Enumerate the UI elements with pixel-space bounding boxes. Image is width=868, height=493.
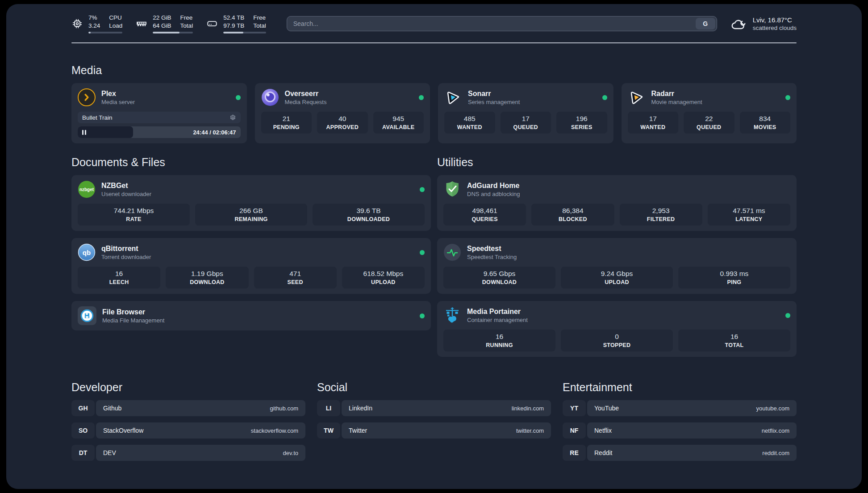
search-provider-button[interactable]: G [696,18,715,29]
status-online-dot [420,187,425,192]
disk-progress-bar [223,32,266,33]
svg-text:nzbget: nzbget [79,187,94,192]
bookmark-youtube[interactable]: YT YouTubeyoutube.com [563,400,797,416]
app-subtitle: Usenet downloader [101,191,151,197]
app-card-overseerr[interactable]: Overseerr Media Requests 21PENDING 40APP… [255,83,430,143]
section-title-utilities: Utilities [437,156,797,169]
stat-queued: 17QUEUED [501,112,551,134]
stat-available: 945AVAILABLE [373,112,424,134]
stat-wanted: 485WANTED [444,112,495,134]
memory-free: 22 GiB [153,14,171,22]
disk-free: 52.4 TB [223,14,244,22]
playback-progress-bar[interactable]: 24:44 / 02:06:47 [78,126,241,138]
header-divider [71,42,797,43]
speedtest-icon [443,243,461,261]
disk-icon [206,18,218,29]
bookmark-abbr: SO [71,422,95,439]
bookmark-linkedin[interactable]: LI LinkedInlinkedin.com [317,400,551,416]
bookmark-abbr: GH [71,400,95,416]
status-online-dot [419,95,424,100]
bookmark-github[interactable]: GH Githubgithub.com [71,400,305,416]
bookmark-twitter[interactable]: TW Twittertwitter.com [317,422,551,439]
qbittorrent-icon: qb [78,243,96,261]
bookmark-abbr: DT [71,445,95,461]
stat-series: 196SERIES [556,112,607,134]
disk-total-label: Total [253,22,266,30]
adguard-icon [443,180,461,198]
memory-total: 64 GiB [153,22,171,30]
bookmark-reddit[interactable]: RE Redditreddit.com [563,445,797,461]
pause-icon[interactable] [82,130,86,135]
status-online-dot [785,313,790,318]
stat-rate: 744.21 MbpsRATE [78,204,190,226]
search-bar: G [287,16,717,31]
app-card-plex[interactable]: Plex Media server Bullet Train [71,83,247,143]
app-card-nzbget[interactable]: nzbget NZBGet Usenet downloader 744.21 M… [71,175,431,231]
svg-text:qb: qb [83,249,91,256]
section-title-social: Social [317,381,551,394]
app-subtitle: Media Requests [285,99,327,105]
bookmark-stackoverflow[interactable]: SO StackOverflowstackoverflow.com [71,422,305,439]
stat-download: 9.65 GbpsDOWNLOAD [443,267,555,288]
app-title: Speedtest [467,245,517,253]
app-title: Plex [101,90,135,98]
bookmark-netflix[interactable]: NF Netflixnetflix.com [563,422,797,439]
weather-condition: scattered clouds [753,25,797,31]
cpu-percent: 7% [88,14,100,22]
memory-progress-bar [153,32,193,33]
status-online-dot [602,95,607,100]
radarr-icon [628,88,646,106]
app-title: qBittorrent [101,245,151,253]
search-input[interactable] [287,16,717,31]
cpu-icon [71,18,83,29]
app-subtitle: Torrent downloader [101,254,151,260]
app-card-adguard[interactable]: AdGuard Home DNS and adblocking 498,461Q… [437,175,797,231]
gear-icon[interactable] [230,114,236,121]
stat-queued: 22QUEUED [684,112,734,134]
app-title: AdGuard Home [467,182,520,190]
bookmark-abbr: RE [563,445,586,461]
app-title: Sonarr [468,90,520,98]
stat-queries: 498,461QUERIES [443,204,526,226]
cpu-progress-bar [88,32,122,33]
section-title-media: Media [71,64,797,77]
section-title-documents: Documents & Files [71,156,431,169]
app-card-portainer[interactable]: Media Portainer Container management 16R… [437,301,797,357]
section-title-entertainment: Entertainment [563,381,797,394]
plex-icon [78,88,96,106]
now-playing-title: Bullet Train [82,114,113,121]
stat-total: 16TOTAL [678,330,790,351]
app-card-sonarr[interactable]: Sonarr Series management 485WANTED 17QUE… [438,83,613,143]
stat-ping: 0.993 msPING [678,267,790,288]
app-card-radarr[interactable]: Radarr Movie management 17WANTED 22QUEUE… [622,83,797,143]
topbar: 7% 3.24 CPU Load [71,14,797,33]
app-card-filebrowser[interactable]: File Browser Media File Management [71,301,431,330]
app-title: Radarr [651,90,702,98]
stat-wanted: 17WANTED [628,112,679,134]
app-card-qbittorrent[interactable]: qb qBittorrent Torrent downloader 16LEEC… [71,238,431,294]
stat-pending: 21PENDING [261,112,312,134]
memory-total-label: Total [180,22,193,30]
app-title: NZBGet [101,182,151,190]
cpu-usage-widget: 7% 3.24 CPU Load [71,14,122,33]
app-card-speedtest[interactable]: Speedtest Speedtest Tracking 9.65 GbpsDO… [437,238,797,294]
nzbget-icon: nzbget [78,180,96,198]
disk-total: 97.9 TB [223,22,244,30]
bookmark-dev[interactable]: DT DEVdev.to [71,445,305,461]
dashboard-page: 7% 3.24 CPU Load [6,4,862,489]
app-subtitle: Container management [467,317,528,323]
stat-stopped: 0STOPPED [561,330,673,351]
stat-blocked: 86,384BLOCKED [531,204,614,226]
app-subtitle: Speedtest Tracking [467,254,517,260]
stat-download: 1.19 GbpsDOWNLOAD [166,267,248,288]
status-online-dot [420,313,425,318]
app-subtitle: Series management [468,99,520,105]
overseerr-icon [261,88,279,106]
stat-downloaded: 39.6 TBDOWNLOADED [313,204,425,226]
stat-running: 16RUNNING [443,330,555,351]
now-playing-row: Bullet Train [78,112,241,123]
status-online-dot [236,95,241,100]
app-title: File Browser [102,308,164,316]
app-title: Overseerr [285,90,327,98]
app-subtitle: Media File Management [102,317,164,324]
